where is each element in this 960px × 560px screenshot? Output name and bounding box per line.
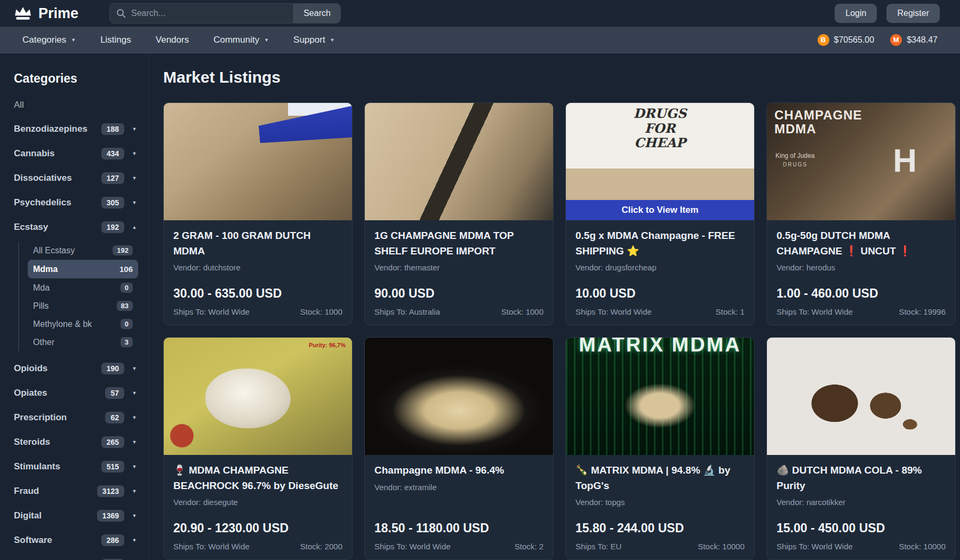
listing-vendor[interactable]: Vendor: dutchstore [173, 263, 342, 272]
sidebar-subcategory[interactable]: Other 3 [28, 333, 138, 351]
listing-body: 1G CHAMPAGNE MDMA TOP SHELF EUROPE IMPOR… [365, 220, 553, 325]
chevron-down-icon: ▼ [330, 37, 335, 43]
listing-title[interactable]: 2 GRAM - 100 GRAM DUTCH MDMA [173, 228, 342, 259]
sidebar-category-row[interactable]: Opioids 190 ▼ [14, 363, 138, 374]
listing-title[interactable]: 0.5g x MDMA Champagne - FREE SHIPPING ⭐ [575, 228, 745, 259]
chevron-icon[interactable]: ▲ [131, 225, 138, 230]
register-button[interactable]: Register [886, 4, 940, 23]
chevron-icon[interactable]: ▼ [131, 390, 138, 396]
subcategory-label: Mdma [33, 265, 58, 274]
monero-icon: M [890, 34, 902, 46]
listing-image[interactable]: DRUGS FOR CHEAP Click to View Item [566, 103, 754, 220]
search-input[interactable] [126, 4, 293, 23]
page-title: Market Listings [163, 68, 960, 86]
listing-vendor[interactable]: Vendor: topgs [575, 498, 745, 507]
listing-card[interactable]: Champagne MDMA - 96.4% Vendor: extramile… [364, 337, 554, 560]
category-count-badge: 515 [101, 461, 124, 473]
sidebar-subcategory[interactable]: Mdma 106 [28, 260, 138, 278]
listing-vendor[interactable]: Vendor: herodus [777, 263, 946, 272]
chevron-icon[interactable]: ▼ [131, 151, 138, 156]
nav-item[interactable]: Categories ▼ [22, 35, 76, 45]
image-overlay-text: CHAMPAGNE MDMA [774, 108, 862, 137]
chevron-icon[interactable]: ▼ [131, 175, 138, 181]
bitcoin-icon: B [818, 34, 829, 46]
sidebar-category-row[interactable]: Fraud 3123 ▼ [14, 485, 138, 497]
category-label: Stimulants [14, 461, 95, 472]
sidebar-category-row[interactable]: Ecstasy 192 ▲ [14, 221, 138, 233]
listing-card[interactable]: MATRIX MDMA 🍾 MATRIX MDMA | 94.8% 🔬 by T… [565, 337, 755, 560]
listing-vendor[interactable]: Vendor: themaster [374, 263, 543, 272]
click-to-view-banner[interactable]: Click to View Item [566, 200, 754, 220]
sidebar-category-row[interactable]: Software 286 ▼ [14, 534, 138, 546]
chevron-icon[interactable]: ▼ [131, 366, 138, 371]
chevron-icon[interactable]: ▼ [131, 538, 138, 543]
brand-logo[interactable]: Prime [14, 5, 78, 22]
listing-vendor[interactable]: Vendor: diesegute [173, 498, 342, 507]
listing-vendor[interactable]: Vendor: narcotikker [777, 498, 946, 507]
search-button[interactable]: Search [293, 4, 340, 23]
chevron-icon[interactable]: ▼ [131, 464, 138, 469]
category-count-badge: 3123 [97, 485, 124, 497]
stock-label: Stock: 1000 [501, 307, 543, 316]
sidebar-category-row[interactable]: Steroids 265 ▼ [14, 436, 138, 448]
listing-vendor[interactable]: Vendor: drugsforcheap [575, 263, 745, 272]
stock-label: Stock: 2 [515, 542, 543, 551]
sidebar-subcategory[interactable]: Methylone & bk 0 [28, 315, 138, 333]
sidebar-category-row[interactable]: All [14, 100, 138, 110]
listing-title[interactable]: 0.5g-50g DUTCH MDMA CHAMPAGNE ❗ UNCUT ❗ [777, 228, 946, 259]
listing-vendor[interactable]: Vendor: extramile [374, 483, 543, 492]
listing-footer: Ships To: World Wide Stock: 1000 [173, 307, 342, 316]
nav-item[interactable]: Listings [100, 35, 131, 45]
listing-card[interactable]: DRUGS FOR CHEAP Click to View Item 0.5g … [565, 102, 755, 325]
sidebar-category: Prescription 62 ▼ [14, 412, 138, 423]
crypto-prices: B $70565.00 M $348.47 [818, 34, 938, 46]
listing-card[interactable]: 🪨 DUTCH MDMA COLA - 89% Purity Vendor: n… [766, 337, 956, 560]
listing-title[interactable]: 1G CHAMPAGNE MDMA TOP SHELF EUROPE IMPOR… [374, 228, 543, 259]
listing-image[interactable]: MATRIX MDMA [566, 338, 754, 455]
listing-image[interactable]: CHAMPAGNE MDMA King of Judea DRUGS [767, 103, 955, 220]
listing-image[interactable] [365, 103, 553, 220]
sidebar-category-row[interactable]: Cannabis 434 ▼ [14, 148, 138, 159]
listing-image[interactable] [365, 338, 553, 455]
listing-title[interactable]: 🍾 MATRIX MDMA | 94.8% 🔬 by TopG's [575, 463, 745, 493]
listing-card[interactable]: Purity: 96,7% 🍷 MDMA CHAMPAGNE BEACHROCK… [163, 337, 353, 560]
sidebar-category-row[interactable]: Prescription 62 ▼ [14, 412, 138, 423]
listing-image[interactable]: Purity: 96,7% [164, 338, 352, 455]
nav-items: Categories ▼ Listings Vendors Community … [22, 35, 335, 45]
chevron-icon[interactable]: ▼ [131, 439, 138, 445]
sidebar-category-row[interactable]: Digital 1369 ▼ [14, 510, 138, 522]
listing-card[interactable]: CHAMPAGNE MDMA King of Judea DRUGS 0.5g-… [766, 102, 956, 325]
category-label: Benzodiazepines [14, 124, 95, 134]
login-button[interactable]: Login [835, 4, 877, 23]
sidebar-subcategory[interactable]: Pills 83 [28, 297, 138, 315]
nav-item[interactable]: Community ▼ [213, 35, 269, 45]
nav-item[interactable]: Vendors [156, 35, 189, 45]
chevron-icon[interactable]: ▼ [131, 126, 138, 132]
listing-card[interactable]: 1G CHAMPAGNE MDMA TOP SHELF EUROPE IMPOR… [364, 102, 554, 325]
listing-title[interactable]: Champagne MDMA - 96.4% [374, 463, 543, 478]
listing-image[interactable] [767, 338, 955, 455]
sidebar-subcategory[interactable]: Mda 0 [28, 279, 138, 297]
sidebar-category-row[interactable]: Dissociatives 127 ▼ [14, 172, 138, 184]
sidebar-category-row[interactable]: Benzodiazepines 188 ▼ [14, 123, 138, 135]
sidebar-category-row[interactable]: Opiates 57 ▼ [14, 387, 138, 399]
listing-title[interactable]: 🍷 MDMA CHAMPAGNE BEACHROCK 96.7% by Dies… [173, 463, 342, 493]
listing-image[interactable] [164, 103, 352, 220]
listing-price: 15.00 - 450.00 USD [777, 521, 946, 535]
chevron-icon[interactable]: ▼ [131, 415, 138, 420]
sidebar-category-row[interactable]: Stimulants 515 ▼ [14, 461, 138, 473]
chevron-icon[interactable]: ▼ [131, 513, 138, 518]
sidebar-category-row[interactable]: Psychedelics 305 ▼ [14, 197, 138, 209]
nav-item[interactable]: Support ▼ [293, 35, 334, 45]
subcategory-label: All Ecstasy [33, 246, 75, 255]
listing-body: 🍾 MATRIX MDMA | 94.8% 🔬 by TopG's Vendor… [566, 455, 754, 559]
chevron-icon[interactable]: ▼ [131, 489, 138, 494]
chevron-icon[interactable]: ▼ [131, 200, 138, 205]
sidebar-subcategory[interactable]: All Ecstasy 192 [28, 242, 138, 259]
category-label: All [14, 100, 138, 110]
listing-card[interactable]: 2 GRAM - 100 GRAM DUTCH MDMA Vendor: dut… [163, 102, 353, 325]
brand-name: Prime [38, 5, 78, 22]
listing-footer: Ships To: World Wide Stock: 19996 [777, 307, 946, 316]
category-label: Opiates [14, 388, 99, 398]
listing-title[interactable]: 🪨 DUTCH MDMA COLA - 89% Purity [777, 463, 946, 493]
